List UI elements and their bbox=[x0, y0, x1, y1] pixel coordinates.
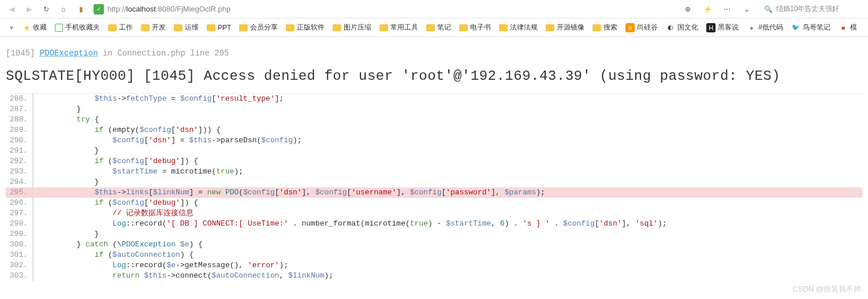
bookmarks-menu-icon[interactable]: ▾ bbox=[5, 21, 18, 35]
site-icon: 🐦 bbox=[791, 23, 800, 32]
line-number: 290. bbox=[6, 135, 33, 146]
bookmark-label: 笔记 bbox=[437, 23, 451, 32]
bookmark-label: 正版软件 bbox=[297, 23, 325, 32]
bookmark-item[interactable]: PPT bbox=[203, 21, 234, 34]
security-shield-icon: ✓ bbox=[94, 4, 104, 14]
bookmark-item[interactable]: 图片压缩 bbox=[329, 21, 375, 34]
code-line: 297. // 记录数据库连接信息 bbox=[6, 208, 862, 219]
code-line: 293. $startTime = microtime(true); bbox=[6, 167, 862, 177]
code-line: 287. } bbox=[6, 104, 862, 115]
folder-icon bbox=[333, 24, 341, 31]
bookmark-label: PPT bbox=[218, 24, 231, 32]
folder-icon bbox=[546, 24, 554, 31]
folder-icon bbox=[174, 24, 182, 31]
bookmark-item[interactable]: 🐦鸟哥笔记 bbox=[788, 21, 834, 34]
code-line: 286. $this->fetchType = $config['result_… bbox=[6, 94, 862, 104]
browser-toolbar: ◀ ▶ ↻ ⌂ ▮ ✓ http://localhost:8080/FjMieg… bbox=[0, 0, 868, 19]
code-line: 295. $this->links[$linkNum] = new PDO($c… bbox=[6, 187, 862, 198]
bookmark-item[interactable]: 会员分享 bbox=[236, 21, 281, 34]
line-content: try { bbox=[33, 115, 862, 125]
flash-icon[interactable]: ⚡ bbox=[701, 2, 714, 16]
line-number: 287. bbox=[6, 104, 33, 115]
folder-icon bbox=[499, 24, 508, 31]
bookmark-item[interactable]: 手机收藏夹 bbox=[51, 21, 103, 34]
line-number: 292. bbox=[6, 156, 33, 167]
line-number: 296. bbox=[6, 198, 33, 208]
code-line: 302. Log::record($e->getMessage(), 'erro… bbox=[6, 260, 862, 271]
search-box[interactable]: 🔍 结婚10年告丈夫强奸 bbox=[759, 4, 863, 14]
bookmark-item[interactable]: 工作 bbox=[105, 21, 136, 34]
forward-button[interactable]: ▶ bbox=[22, 2, 36, 16]
site-icon: ■ bbox=[839, 23, 848, 32]
bookmark-item[interactable]: 常用工具 bbox=[376, 21, 422, 34]
url-text: http://localhost:8080/FjMiegOclR.php bbox=[107, 5, 230, 13]
bookmark-item[interactable]: ●#低代码 bbox=[743, 21, 787, 34]
line-number: 288. bbox=[6, 115, 33, 125]
code-block: 286. $this->fetchType = $config['result_… bbox=[6, 93, 862, 281]
folder-icon bbox=[459, 24, 468, 31]
bookmark-label: 法律法规 bbox=[510, 23, 538, 32]
bookmark-item[interactable]: H黑客说 bbox=[703, 21, 742, 34]
folder-icon bbox=[239, 24, 248, 31]
line-number: 298. bbox=[6, 219, 33, 229]
code-line: 303. return $this->connect($autoConnecti… bbox=[6, 271, 862, 281]
line-number: 303. bbox=[6, 271, 33, 281]
line-content: if (empty($config['dsn'])) { bbox=[33, 125, 862, 135]
bookmark-label: 电子书 bbox=[470, 23, 491, 32]
bookmark-label: 收藏 bbox=[33, 23, 47, 32]
line-content: } bbox=[33, 146, 862, 156]
line-number: 294. bbox=[6, 177, 33, 187]
line-content: } catch (\PDOException $e) { bbox=[33, 239, 862, 250]
line-number: 291. bbox=[6, 146, 33, 156]
home-button[interactable]: ⌂ bbox=[57, 2, 70, 16]
line-number: 300. bbox=[6, 239, 33, 250]
code-line: 292. if ($config['debug']) { bbox=[6, 156, 862, 167]
bookmark-item[interactable]: 电子书 bbox=[456, 21, 494, 34]
bookmark-item[interactable]: 法律法规 bbox=[496, 21, 541, 34]
line-content: return $this->connect($autoConnection, $… bbox=[33, 271, 862, 281]
line-content: $this->fetchType = $config['result_type'… bbox=[33, 94, 862, 104]
bookmark-label: 搜索 bbox=[603, 23, 617, 32]
bookmark-item[interactable]: ≡尚硅谷 bbox=[622, 21, 661, 34]
bookmark-label: 开源镜像 bbox=[557, 23, 584, 32]
bookmark-label: 常用工具 bbox=[390, 23, 418, 32]
bookmark-item[interactable]: 开源镜像 bbox=[542, 21, 588, 34]
code-line: 289. if (empty($config['dsn'])) { bbox=[6, 125, 862, 135]
bookmarks-bar: ▾ ★收藏手机收藏夹工作开发运维PPT会员分享正版软件图片压缩常用工具笔记电子书… bbox=[0, 19, 868, 37]
error-title: SQLSTATE[HY000] [1045] Access denied for… bbox=[6, 68, 862, 84]
exception-link[interactable]: PDOException bbox=[40, 49, 98, 58]
bookmark-item[interactable]: 正版软件 bbox=[282, 21, 328, 34]
bookmark-label: 国文化 bbox=[677, 23, 698, 32]
briefcase-icon[interactable]: ▮ bbox=[74, 2, 88, 16]
code-line: 296. if ($config['debug']) { bbox=[6, 198, 862, 208]
more-icon[interactable]: ⋯ bbox=[720, 2, 734, 16]
bookmark-label: 运维 bbox=[185, 23, 199, 32]
bookmark-item[interactable]: 搜索 bbox=[589, 21, 621, 34]
folder-icon bbox=[207, 24, 215, 31]
line-number: 289. bbox=[6, 125, 33, 135]
line-content: if ($autoConnection) { bbox=[33, 250, 862, 260]
bookmark-item[interactable]: 运维 bbox=[170, 21, 202, 34]
watermark: CSDN @假装我不帅 bbox=[792, 284, 861, 287]
search-icon: 🔍 bbox=[764, 5, 773, 13]
line-content: if ($config['debug']) { bbox=[33, 198, 862, 208]
line-content: } bbox=[33, 104, 862, 115]
bookmark-item[interactable]: ★收藏 bbox=[20, 21, 50, 34]
bookmark-item[interactable]: ■模 bbox=[835, 21, 860, 34]
line-number: 301. bbox=[6, 250, 33, 260]
back-button[interactable]: ◀ bbox=[5, 2, 18, 16]
chevron-down-icon[interactable]: ⌄ bbox=[740, 2, 754, 16]
bookmark-label: 黑客说 bbox=[718, 23, 739, 32]
translate-icon[interactable]: ⊕ bbox=[681, 2, 695, 16]
bookmark-item[interactable]: 笔记 bbox=[423, 21, 455, 34]
bookmark-item[interactable]: 开发 bbox=[137, 21, 169, 34]
search-placeholder: 结婚10年告丈夫强奸 bbox=[776, 4, 839, 14]
bookmark-label: 尚硅谷 bbox=[637, 23, 658, 32]
error-location: in Connection.php line 295 bbox=[103, 49, 229, 58]
code-line: 301. if ($autoConnection) { bbox=[6, 250, 862, 260]
bookmark-item[interactable]: ◐国文化 bbox=[662, 21, 702, 34]
line-number: 302. bbox=[6, 260, 33, 271]
url-bar[interactable]: ✓ http://localhost:8080/FjMiegOclR.php bbox=[91, 4, 677, 14]
reload-button[interactable]: ↻ bbox=[39, 2, 53, 16]
line-content: if ($config['debug']) { bbox=[33, 156, 862, 167]
